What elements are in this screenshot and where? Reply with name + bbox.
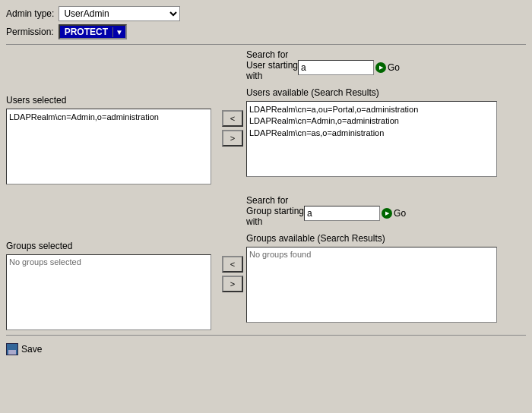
save-icon: [6, 343, 18, 355]
permission-row: Permission: PROTECT ▼: [6, 24, 526, 39]
groups-selected-placeholder: No groups selected: [9, 257, 81, 266]
group-columns: Groups selected No groups selected < > S…: [6, 195, 526, 330]
divider-1: [6, 44, 526, 45]
permission-value-btn[interactable]: PROTECT: [60, 26, 112, 38]
list-item: LDAPRealm\cn=Admin,o=administration: [249, 115, 494, 127]
group-search-input-row: Go: [304, 206, 406, 221]
groups-available-list[interactable]: No groups found: [246, 247, 497, 323]
divider-2: [6, 335, 526, 336]
user-search-label: Search for User starting with: [246, 49, 298, 81]
permission-label: Permission:: [6, 27, 54, 37]
user-search-label-line1: Search for: [246, 49, 298, 60]
user-search-input[interactable]: [298, 60, 374, 75]
group-go-button[interactable]: Go: [382, 208, 406, 219]
users-available-list[interactable]: LDAPRealm\cn=a,ou=Portal,o=administratio…: [246, 101, 497, 177]
users-available-panel: Search for User starting with Go Users a…: [246, 49, 526, 177]
user-go-button[interactable]: Go: [375, 62, 400, 73]
list-item: LDAPRealm\cn=as,o=administration: [249, 128, 494, 139]
group-search-label-line1: Search for: [246, 195, 304, 206]
groups-available-title: Groups available (Search Results): [246, 233, 526, 244]
groups-selected-title: Groups selected: [6, 241, 219, 251]
user-go-icon: [375, 62, 386, 73]
admin-type-row: Admin type: UserAdminGlobalAdminGroupAdm…: [6, 6, 526, 21]
admin-type-select[interactable]: UserAdminGlobalAdminGroupAdmin: [59, 6, 180, 21]
users-selected-panel: Users selected LDAPRealm\cn=Admin,o=admi…: [6, 49, 219, 184]
users-selected-list[interactable]: LDAPRealm\cn=Admin,o=administration: [6, 109, 211, 184]
group-arrow-buttons: < >: [222, 195, 243, 292]
move-left-user-btn[interactable]: <: [222, 110, 243, 127]
user-search-input-row: Go: [298, 60, 400, 75]
groups-available-placeholder: No groups found: [249, 250, 311, 259]
save-button[interactable]: Save: [6, 343, 42, 355]
move-right-group-btn[interactable]: >: [222, 276, 243, 292]
users-available-title: Users available (Search Results): [246, 87, 526, 98]
user-arrow-buttons: < >: [222, 49, 243, 147]
groups-available-panel: Search for Group starting with Go Groups…: [246, 195, 526, 323]
users-selected-title: Users selected: [6, 95, 219, 106]
user-search-area: Search for User starting with Go: [246, 49, 526, 81]
user-search-label-line2: User starting: [246, 60, 298, 71]
groups-selected-list[interactable]: No groups selected: [6, 254, 211, 330]
permission-control[interactable]: PROTECT ▼: [59, 24, 127, 39]
admin-type-label: Admin type:: [6, 8, 54, 19]
group-search-label-line3: with: [246, 216, 304, 227]
user-section: Users selected LDAPRealm\cn=Admin,o=admi…: [6, 49, 526, 184]
group-search-label-line2: Group starting: [246, 206, 304, 216]
move-right-user-btn[interactable]: >: [222, 130, 243, 147]
group-go-label: Go: [394, 208, 406, 219]
form-container: Admin type: UserAdminGlobalAdminGroupAdm…: [6, 6, 526, 355]
group-search-label: Search for Group starting with: [246, 195, 304, 227]
user-go-label: Go: [388, 62, 400, 73]
group-section: Groups selected No groups selected < > S…: [6, 195, 526, 330]
group-go-icon: [382, 208, 392, 219]
permission-arrow-icon[interactable]: ▼: [112, 27, 125, 37]
groups-selected-panel: Groups selected No groups selected: [6, 195, 219, 330]
save-label: Save: [21, 344, 42, 355]
user-search-label-line3: with: [246, 71, 298, 81]
move-left-group-btn[interactable]: <: [222, 256, 243, 273]
list-item: LDAPRealm\cn=Admin,o=administration: [9, 112, 208, 123]
list-item: LDAPRealm\cn=a,ou=Portal,o=administratio…: [249, 104, 494, 115]
group-search-area: Search for Group starting with Go: [246, 195, 526, 227]
group-search-input[interactable]: [304, 206, 380, 221]
